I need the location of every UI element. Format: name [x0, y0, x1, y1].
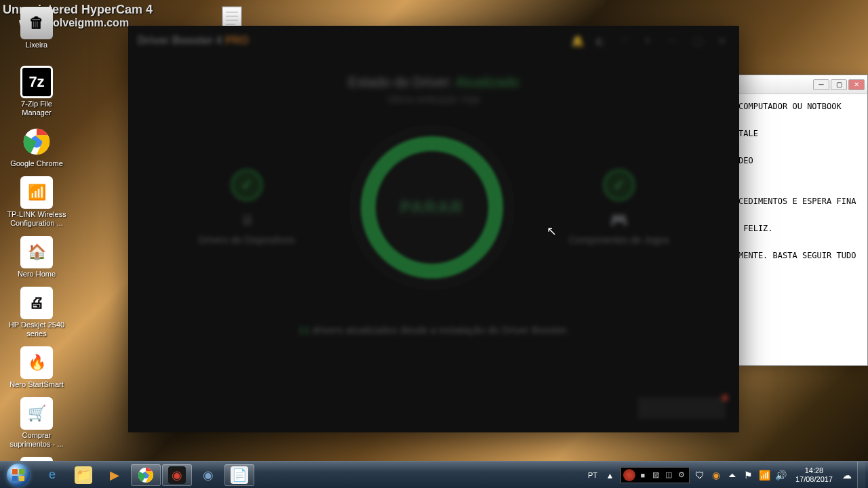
taskbar[interactable]: e 📁 ▶ ◉ ◉ 📄 PT ▴ ■ ▧ ◫ ⚙ 🛡 ◉ ⏶ ⚑ 📶 🔊 14:… [0, 461, 868, 488]
system-tray: PT ▴ ■ ▧ ◫ ⚙ 🛡 ◉ ⏶ ⚑ 📶 🔊 14:28 17/08/201… [585, 462, 868, 488]
db-footer-message: 11 drivers atualizados desde a instalaçã… [128, 324, 739, 336]
nerostart-icon: 🔥 [20, 346, 53, 379]
close-icon[interactable]: ✕ [717, 35, 730, 47]
scan-ring-label: PARAR [400, 198, 464, 217]
db-right-caption: Componentes de Jogos [569, 235, 669, 245]
record-icon[interactable] [623, 469, 635, 481]
maximize-button[interactable]: ▢ [831, 79, 847, 90]
theme-icon[interactable]: ◐ [595, 35, 608, 47]
desktop-icon-7zip[interactable]: 7z7-Zip File Manager [4, 63, 69, 120]
tplink-icon: 📶 [20, 176, 53, 209]
db-left-panel[interactable]: ✓ 🖥 Drivers de Dispositivos [198, 169, 294, 245]
db-action-button[interactable] [637, 397, 726, 419]
tray-iobit-icon[interactable]: ◉ [710, 469, 722, 481]
db-titlebar[interactable]: Driver Booster 4 PRO 🔔 ◐ ♡ ≡ ─ ▢ ✕ [128, 26, 739, 56]
region-icon[interactable]: ◫ [663, 470, 674, 481]
db-right-panel[interactable]: ✓ 🎮 Componentes de Jogos [569, 169, 669, 245]
tray-flag-icon[interactable]: ⚑ [743, 469, 755, 481]
check-icon: ✓ [231, 169, 262, 201]
icon-label: HP Deskjet 2540 series [7, 321, 66, 338]
notepad-titlebar[interactable]: ─ ▢ ✕ [733, 75, 867, 94]
comprar-icon: 🛒 [20, 397, 53, 430]
db-title: Driver Booster 4 PRO [138, 35, 249, 47]
taskbar-ie[interactable]: e [37, 464, 67, 486]
menu-icon[interactable]: ≡ [644, 35, 656, 47]
like-icon[interactable]: ♡ [620, 35, 632, 47]
settings-icon[interactable]: ⚙ [676, 470, 687, 481]
tray-security-icon[interactable]: 🛡 [694, 469, 706, 481]
monitor-icon: 🖥 [239, 211, 254, 229]
hypercam-recorder[interactable]: ■ ▧ ◫ ⚙ [620, 467, 690, 483]
7zip-icon: 7z [20, 66, 53, 98]
start-button[interactable] [0, 462, 37, 489]
tray-chevron-up-icon[interactable]: ▴ [604, 469, 616, 481]
desktop-icon-tplink[interactable]: 📶TP-LINK Wireless Configuration ... [4, 174, 69, 230]
tray-network-icon[interactable]: 📶 [759, 469, 771, 481]
driver-booster-window[interactable]: Driver Booster 4 PRO 🔔 ◐ ♡ ≡ ─ ▢ ✕ Estad… [128, 26, 739, 432]
check-icon: ✓ [604, 169, 635, 201]
notepad-window[interactable]: ─ ▢ ✕ COMPUTADOR OU NOTBOOK TALE DEO CED… [732, 75, 868, 366]
close-button[interactable]: ✕ [848, 79, 865, 90]
maximize-icon[interactable]: ▢ [693, 35, 705, 47]
icon-label: Nero StartSmart [9, 380, 63, 389]
db-left-caption: Drivers de Dispositivos [198, 235, 294, 245]
desktop-icon-hp[interactable]: 🖨HP Deskjet 2540 series [4, 284, 69, 341]
desktop-icon-nerohome[interactable]: 🏠Nero Home [4, 233, 69, 281]
taskbar-clock[interactable]: 14:28 17/08/2017 [791, 466, 837, 484]
desktop-icon-chrome[interactable]: Google Chrome [4, 123, 69, 171]
taskbar-chrome[interactable] [131, 464, 161, 486]
nerohome-icon: 🏠 [20, 236, 53, 268]
language-indicator[interactable]: PT [585, 470, 600, 481]
show-desktop-button[interactable] [857, 462, 865, 489]
desktop-icon-comprar[interactable]: 🛒Comprar suprimentos - ... [4, 394, 69, 451]
icon-label: Comprar suprimentos - ... [7, 431, 66, 449]
icon-label: Google Chrome [10, 159, 63, 168]
tray-chevron-icon[interactable]: ⏶ [726, 469, 738, 481]
tray-cloud-icon[interactable]: ☁ [841, 469, 853, 481]
notepad-body[interactable]: COMPUTADOR OU NOTBOOK TALE DEO CEDIMENTO… [733, 94, 867, 268]
icon-label: Nero Home [18, 270, 56, 279]
taskbar-wmplayer[interactable]: ▶ [100, 464, 130, 486]
icon-label: Lixeira [26, 41, 47, 49]
minimize-icon[interactable]: ─ [669, 35, 681, 47]
taskbar-chromium[interactable]: ◉ [193, 464, 223, 486]
chrome-icon [20, 125, 53, 158]
desktop-icon-lixeira[interactable]: 🗑Lixeira [4, 4, 69, 52]
hp-icon: 🖨 [20, 287, 53, 319]
minimize-button[interactable]: ─ [813, 79, 829, 90]
taskbar-notepad[interactable]: 📄 [224, 464, 254, 486]
taskbar-explorer[interactable]: 📁 [68, 464, 98, 486]
notify-icon[interactable]: 🔔 [571, 35, 583, 47]
desktop: 🗑Lixeira7z7-Zip File ManagerGoogle Chrom… [0, 0, 136, 488]
taskbar-driverbooster[interactable]: ◉ [162, 464, 192, 486]
screenshot-icon[interactable]: ▧ [650, 470, 661, 481]
stop-icon[interactable]: ■ [637, 470, 648, 481]
lixeira-icon: 🗑 [20, 7, 53, 39]
tray-volume-icon[interactable]: 🔊 [775, 469, 787, 481]
db-status: Estado do Driver: Atualizado Última veri… [128, 75, 739, 104]
scan-ring[interactable]: PARAR [349, 125, 515, 290]
desktop-icon-nerostart[interactable]: 🔥Nero StartSmart [4, 344, 69, 392]
icon-label: TP-LINK Wireless Configuration ... [7, 210, 66, 228]
gamepad-icon: 🎮 [610, 211, 628, 229]
icon-label: 7-Zip File Manager [7, 100, 66, 117]
